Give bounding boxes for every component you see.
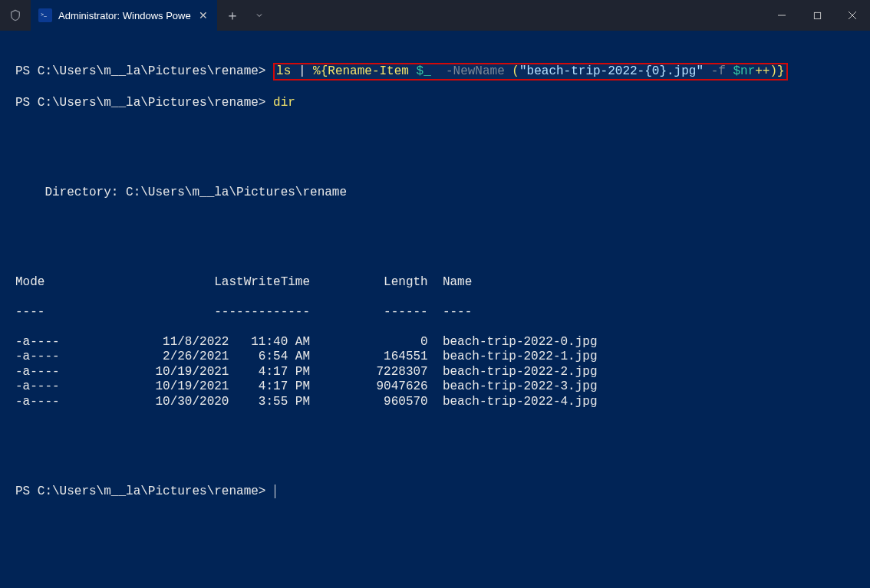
file-row: -a---- 11/8/2022 11:40 AM 0 beach-trip-2… <box>15 335 855 350</box>
command-line-1: PS C:\Users\m__la\Pictures\rename> ls | … <box>15 63 855 81</box>
cmd-newname-flag: -NewName <box>446 64 505 78</box>
file-row: -a---- 2/26/2021 6:54 AM 164551 beach-tr… <box>15 350 855 365</box>
file-row: -a---- 10/19/2021 4:17 PM 9047626 beach-… <box>15 379 855 395</box>
maximize-button[interactable] <box>799 0 835 31</box>
svg-rect-2 <box>814 12 820 18</box>
command-line-2: PS C:\Users\m__la\Pictures\rename> dir <box>15 96 855 111</box>
cursor <box>275 485 275 498</box>
command-line-3: PS C:\Users\m__la\Pictures\rename> <box>15 485 855 500</box>
file-row: -a---- 10/30/2020 3:55 PM 960570 beach-t… <box>15 395 855 410</box>
cmd-dollar-underscore: $_ <box>417 64 431 78</box>
directory-header: Directory: C:\Users\m__la\Pictures\renam… <box>15 186 855 201</box>
column-dash-row: ---- ------------- ------ ---- <box>15 305 855 320</box>
tab-close-button[interactable]: ✕ <box>197 9 209 21</box>
prompt-text: PS C:\Users\m__la\Pictures\rename> <box>15 96 265 110</box>
cmd-pipe: | <box>298 64 306 78</box>
cmd-format-string: "beach-trip-2022-{0}.jpg" <box>519 64 704 78</box>
prompt-text: PS C:\Users\m__la\Pictures\rename> <box>15 485 265 498</box>
cmd-paren-close: ) <box>769 64 777 78</box>
svg-text:>_: >_ <box>41 11 47 18</box>
file-row: -a---- 10/19/2021 4:17 PM 7228307 beach-… <box>15 365 855 380</box>
highlighted-command: ls | %{Rename-Item $_ -NewName ("beach-t… <box>273 63 788 81</box>
tab-active[interactable]: >_ Administrator: Windows Powe ✕ <box>31 0 217 31</box>
terminal-viewport[interactable]: PS C:\Users\m__la\Pictures\rename> ls | … <box>0 31 870 514</box>
tab-title: Administrator: Windows Powe <box>58 10 191 21</box>
close-window-button[interactable] <box>835 0 870 31</box>
cmd-dash-f: -f <box>711 64 726 78</box>
cmd-plusplus: ++ <box>755 64 769 78</box>
new-tab-button[interactable]: ＋ <box>217 6 248 25</box>
cmd-rename-item: Rename-Item <box>328 64 409 78</box>
cmd-brace-close: } <box>777 64 785 78</box>
column-header-row: Mode LastWriteTime Length Name <box>15 275 855 291</box>
prompt-text: PS C:\Users\m__la\Pictures\rename> <box>15 64 265 78</box>
cmd-dir: dir <box>273 96 295 110</box>
tab-dropdown-button[interactable] <box>248 11 271 20</box>
minimize-button[interactable] <box>764 0 799 31</box>
cmd-ls: ls <box>276 64 291 78</box>
powershell-icon: >_ <box>38 8 52 22</box>
shield-icon <box>0 9 31 21</box>
cmd-paren-open: ( <box>512 64 519 78</box>
titlebar-drag-region[interactable] <box>271 0 764 31</box>
cmd-foreach-open: %{ <box>313 64 328 78</box>
window-titlebar: >_ Administrator: Windows Powe ✕ ＋ <box>0 0 870 31</box>
cmd-nr-var: $nr <box>733 64 755 78</box>
